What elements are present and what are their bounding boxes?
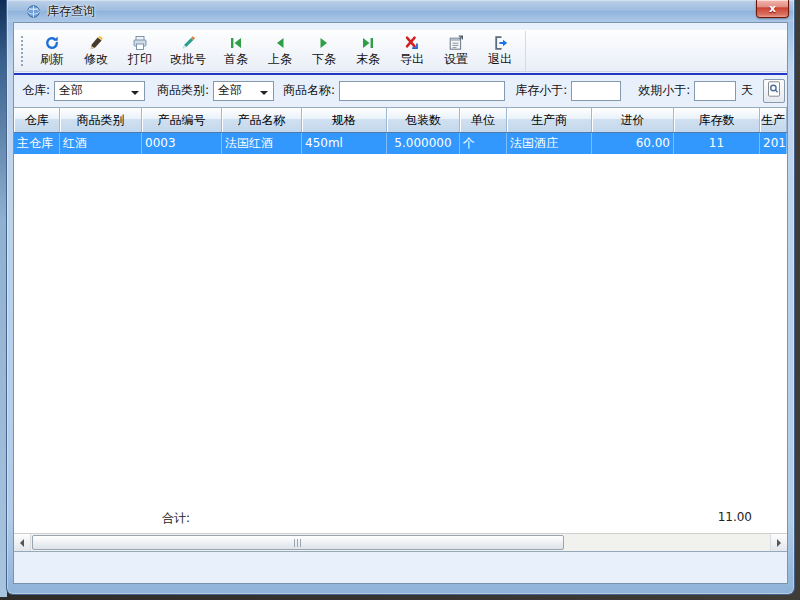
refresh-button[interactable]: 刷新: [30, 31, 74, 71]
cell-product-code: 0003: [142, 133, 222, 154]
query-button[interactable]: [763, 79, 785, 103]
grid-header-row: 仓库 商品类别 产品编号 产品名称 规格 包装数 单位 生产商 进价 库存数 生…: [14, 108, 787, 133]
column-header-product-name[interactable]: 产品名称: [222, 108, 302, 132]
toolbar-separator: [525, 31, 526, 71]
chevron-down-icon: [260, 91, 268, 99]
column-header-product-code[interactable]: 产品编号: [142, 108, 222, 132]
settings-icon: [448, 35, 464, 51]
column-header-purchase-price[interactable]: 进价: [592, 108, 674, 132]
scroll-left-arrow-icon: [16, 539, 24, 547]
export-excel-icon: [404, 35, 420, 51]
cell-purchase-price: 60.00: [592, 133, 674, 154]
app-globe-icon: [26, 4, 41, 19]
search-document-icon: [767, 81, 781, 100]
exit-button[interactable]: 退出: [478, 31, 522, 71]
inventory-grid: 仓库 商品类别 产品编号 产品名称 规格 包装数 单位 生产商 进价 库存数 生…: [14, 107, 787, 552]
titlebar[interactable]: 库存查询 x: [7, 0, 794, 22]
previous-record-button[interactable]: 上条: [258, 31, 302, 71]
stock-less-input[interactable]: [571, 81, 621, 101]
settings-button[interactable]: 设置: [434, 31, 478, 71]
grid-summary-row: 合计: 11.00: [14, 505, 787, 529]
column-header-category[interactable]: 商品类别: [60, 108, 142, 132]
last-record-button[interactable]: 末条: [346, 31, 390, 71]
cell-spec: 450ml: [302, 133, 387, 154]
filter-bar: 仓库: 全部 商品类别: 全部 商品名称: 库存小于: 效期小于: 天: [14, 75, 787, 106]
refresh-icon: [44, 35, 60, 51]
change-batch-icon: [180, 35, 196, 51]
edit-button[interactable]: 修改: [74, 31, 118, 71]
scrollbar-thumb[interactable]: [32, 535, 564, 550]
last-record-icon: [360, 35, 376, 51]
change-batch-button[interactable]: 改批号: [162, 31, 214, 71]
column-header-package-qty[interactable]: 包装数: [387, 108, 460, 132]
warehouse-select[interactable]: 全部: [54, 81, 145, 101]
product-name-input[interactable]: [339, 81, 505, 101]
next-record-button[interactable]: 下条: [302, 31, 346, 71]
expiry-less-input[interactable]: [694, 81, 736, 101]
horizontal-scrollbar[interactable]: [14, 533, 787, 551]
total-stock-value: 11.00: [674, 510, 752, 524]
days-suffix-label: 天: [741, 82, 753, 99]
warehouse-label: 仓库:: [22, 82, 50, 99]
next-record-icon: [316, 35, 332, 51]
stock-less-label: 库存小于:: [515, 82, 567, 99]
toolbar: 刷新 修改 打印 改批号 首条 上条: [14, 29, 787, 72]
table-row-selected[interactable]: 主仓库 红酒 0003 法国红酒 450ml 5.000000 个 法国酒庄 6…: [14, 133, 787, 154]
status-bar: [14, 552, 787, 583]
column-header-warehouse[interactable]: 仓库: [14, 108, 60, 132]
cell-production-date: 2010-: [760, 133, 787, 154]
window-title: 库存查询: [47, 3, 95, 20]
cell-product-name: 法国红酒: [222, 133, 302, 154]
cell-stock-qty: 11: [674, 133, 760, 154]
close-icon: x: [769, 3, 776, 14]
total-label: 合计:: [162, 510, 190, 527]
column-header-stock-qty[interactable]: 库存数: [674, 108, 760, 132]
scroll-right-button[interactable]: [770, 534, 787, 551]
exit-icon: [492, 35, 508, 51]
expiry-less-label: 效期小于:: [638, 82, 690, 99]
cell-package-qty: 5.000000: [387, 133, 460, 154]
category-label: 商品类别:: [157, 82, 209, 99]
scroll-right-arrow-icon: [777, 539, 785, 547]
cell-category: 红酒: [60, 133, 142, 154]
column-header-production-date[interactable]: 生产: [760, 108, 787, 132]
previous-record-icon: [272, 35, 288, 51]
edit-icon: [88, 35, 104, 51]
client-area: 刷新 修改 打印 改批号 首条 上条: [13, 22, 788, 584]
scroll-left-button[interactable]: [14, 534, 31, 551]
column-header-unit[interactable]: 单位: [460, 108, 507, 132]
cell-manufacturer: 法国酒庄: [507, 133, 592, 154]
category-select[interactable]: 全部: [213, 81, 274, 101]
chevron-down-icon: [131, 91, 139, 99]
first-record-button[interactable]: 首条: [214, 31, 258, 71]
close-button[interactable]: x: [756, 0, 789, 18]
app-window: 库存查询 x 刷新 修改 打印 改批号: [6, 0, 795, 595]
toolbar-gripper[interactable]: [21, 36, 23, 66]
print-icon: [132, 35, 148, 51]
scrollbar-grip-icon: [294, 539, 302, 547]
product-name-label: 商品名称:: [283, 82, 335, 99]
cell-warehouse: 主仓库: [14, 133, 60, 154]
cell-unit: 个: [460, 133, 507, 154]
first-record-icon: [228, 35, 244, 51]
export-button[interactable]: 导出: [390, 31, 434, 71]
warehouse-selected-value: 全部: [59, 82, 128, 99]
print-button[interactable]: 打印: [118, 31, 162, 71]
category-selected-value: 全部: [218, 82, 257, 99]
column-header-spec[interactable]: 规格: [302, 108, 387, 132]
column-header-manufacturer[interactable]: 生产商: [507, 108, 592, 132]
